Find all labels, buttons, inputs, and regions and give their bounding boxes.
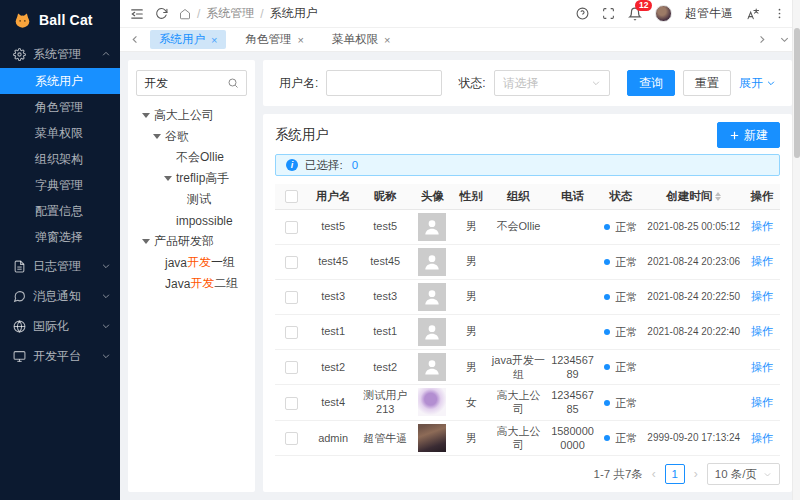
sidebar-group-title[interactable]: 国际化 — [0, 312, 120, 340]
tabs-menu-icon[interactable] — [779, 34, 790, 45]
table-row: test1test1男正常2021-08-24 20:22:40操作 — [275, 314, 780, 349]
breadcrumb-item-current: 系统用户 — [270, 5, 318, 22]
sidebar-group: 日志管理 — [0, 252, 120, 280]
cell-avatar — [411, 244, 453, 279]
sidebar-group-title[interactable]: 日志管理 — [0, 252, 120, 280]
tab-close-icon[interactable]: × — [297, 34, 303, 46]
plus-icon — [729, 130, 740, 141]
row-action-link[interactable]: 操作 — [751, 324, 773, 338]
row-checkbox[interactable] — [285, 361, 298, 374]
row-action-link[interactable]: 操作 — [751, 360, 773, 374]
cell-actions: 操作 — [744, 420, 780, 456]
row-checkbox[interactable] — [285, 256, 298, 269]
cell-status: 正常 — [598, 244, 644, 279]
refresh-icon[interactable] — [155, 7, 168, 20]
tree-node[interactable]: 谷歌 — [136, 126, 247, 147]
sidebar-group-title[interactable]: 消息通知 — [0, 282, 120, 310]
reset-button[interactable]: 重置 — [683, 70, 731, 96]
sort-icons[interactable] — [715, 192, 721, 201]
page-scrollbar[interactable] — [792, 0, 800, 500]
tab[interactable]: 菜单权限× — [323, 30, 399, 49]
scrollbar-thumb[interactable] — [794, 28, 800, 158]
sidebar-item[interactable]: 配置信息 — [0, 198, 120, 224]
username-input[interactable] — [326, 70, 442, 96]
status-select[interactable]: 请选择 — [494, 70, 610, 96]
help-icon[interactable] — [576, 7, 589, 20]
expand-toggle[interactable]: 展开 — [739, 75, 776, 92]
row-action-link[interactable]: 操作 — [751, 219, 773, 233]
tab-close-icon[interactable]: × — [211, 34, 217, 46]
chevron-up-icon — [101, 49, 111, 59]
row-checkbox[interactable] — [285, 221, 298, 234]
row-checkbox-cell — [275, 314, 307, 349]
fullscreen-icon[interactable] — [602, 7, 615, 20]
sidebar-item[interactable]: 字典管理 — [0, 172, 120, 198]
tree-expand-caret-icon[interactable] — [142, 239, 150, 244]
tree-node[interactable]: 高大上公司 — [136, 105, 247, 126]
tab-close-icon[interactable]: × — [384, 34, 390, 46]
row-action-link[interactable]: 操作 — [751, 395, 773, 409]
tree-expand-caret-icon[interactable] — [142, 113, 150, 118]
tabs-scroll-left-icon[interactable] — [130, 34, 141, 45]
sidebar-item[interactable]: 组织架构 — [0, 146, 120, 172]
tree-node[interactable]: 不会Ollie — [136, 147, 247, 168]
sidebar-group: 国际化 — [0, 312, 120, 340]
tree-expand-caret-icon[interactable] — [164, 176, 172, 181]
sidebar-group-label: 系统管理 — [33, 46, 81, 63]
notifications[interactable]: 12 — [628, 7, 642, 21]
row-action-link[interactable]: 操作 — [751, 289, 773, 303]
cell-phone: 123456789 — [548, 349, 598, 385]
column-header: 昵称 — [359, 184, 411, 209]
sidebar-item[interactable]: 弹窗选择 — [0, 224, 120, 250]
create-button[interactable]: 新建 — [717, 122, 780, 148]
prev-page-icon[interactable]: ‹ — [652, 467, 656, 481]
tree-node[interactable]: 产品研发部 — [136, 231, 247, 252]
menu-fold-icon[interactable] — [130, 7, 144, 21]
sidebar-group-title[interactable]: 系统管理 — [0, 40, 120, 68]
page-number[interactable]: 1 — [665, 464, 685, 484]
tree-node[interactable]: 测试 — [136, 189, 247, 210]
translate-icon[interactable] — [746, 7, 760, 21]
breadcrumb-item[interactable]: 系统管理 — [206, 5, 254, 22]
row-checkbox[interactable] — [285, 432, 298, 445]
sidebar-item[interactable]: 角色管理 — [0, 94, 120, 120]
tree-search-highlight: 开发 — [187, 254, 211, 271]
home-icon[interactable] — [179, 8, 191, 20]
cell-username: test45 — [307, 244, 359, 279]
sidebar-item[interactable]: 系统用户 — [0, 68, 120, 94]
main-area: / 系统管理 / 系统用户 12 超管牛逼 — [120, 0, 800, 500]
tree-node[interactable]: Java 开发 二组 — [136, 273, 247, 294]
cell-username: test3 — [307, 279, 359, 314]
status-badge: 正常 — [604, 290, 637, 304]
row-action-link[interactable]: 操作 — [751, 254, 773, 268]
tab-list: 系统用户×角色管理×菜单权限× — [150, 30, 399, 49]
sidebar-group-title[interactable]: 开发平台 — [0, 342, 120, 370]
user-avatar[interactable] — [655, 5, 672, 22]
page-size-select[interactable]: 10 条/页 — [707, 463, 780, 485]
search-icon[interactable] — [227, 77, 239, 89]
tree-node[interactable]: impossible — [136, 210, 247, 231]
select-all-checkbox[interactable] — [285, 190, 298, 203]
tree-expand-caret-icon[interactable] — [153, 134, 161, 139]
chevron-down-icon — [766, 78, 776, 88]
row-checkbox-cell — [275, 209, 307, 244]
row-checkbox[interactable] — [285, 291, 298, 304]
row-checkbox[interactable] — [285, 326, 298, 339]
tree-node[interactable]: java 开发 一组 — [136, 252, 247, 273]
tab[interactable]: 系统用户× — [150, 30, 226, 49]
brand[interactable]: Ball Cat — [0, 0, 120, 40]
content-column: 用户名: 状态: 请选择 查询 重置 展开 — [263, 60, 792, 492]
row-checkbox[interactable] — [285, 397, 298, 410]
next-page-icon[interactable]: › — [694, 467, 698, 481]
search-button[interactable]: 查询 — [627, 70, 675, 96]
tree-search-input[interactable] — [144, 76, 224, 90]
tab[interactable]: 角色管理× — [236, 30, 312, 49]
column-header-label: 状态 — [609, 190, 632, 202]
tree-node[interactable]: treflip高手 — [136, 168, 247, 189]
tabs-scroll-right-icon[interactable] — [756, 34, 767, 45]
table-header-row: 用户名昵称头像性别组织电话状态创建时间操作 — [275, 184, 780, 209]
sidebar-item[interactable]: 菜单权限 — [0, 120, 120, 146]
username-label[interactable]: 超管牛逼 — [685, 5, 733, 22]
more-dots-icon[interactable] — [773, 7, 786, 20]
row-action-link[interactable]: 操作 — [751, 431, 773, 445]
